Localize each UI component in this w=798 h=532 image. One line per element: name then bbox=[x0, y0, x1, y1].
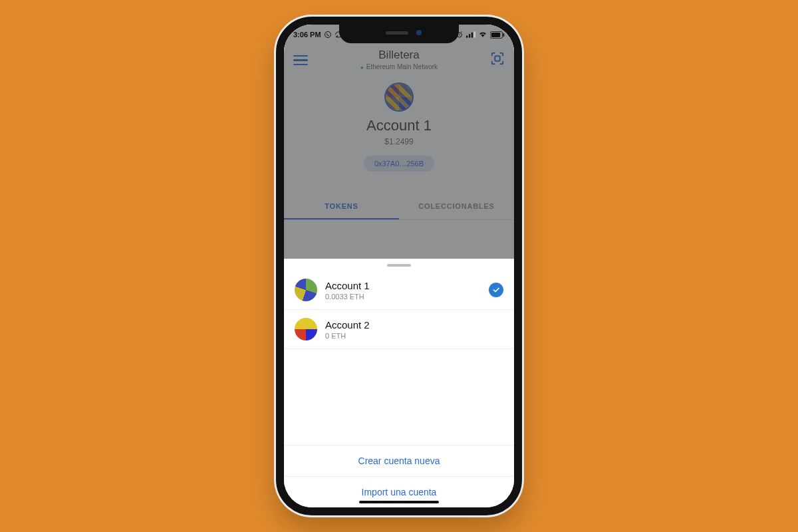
account-row-name: Account 2 bbox=[325, 319, 503, 331]
account-row[interactable]: Account 1 0.0033 ETH bbox=[284, 271, 514, 310]
account-row-balance: 0.0033 ETH bbox=[325, 293, 481, 301]
signal-icon bbox=[466, 31, 475, 38]
svg-rect-2 bbox=[466, 36, 467, 38]
account-row-balance: 0 ETH bbox=[325, 332, 503, 340]
svg-point-0 bbox=[325, 32, 331, 38]
create-account-button[interactable]: Crear cuenta nueva bbox=[284, 445, 514, 476]
account-row-name: Account 1 bbox=[325, 280, 481, 291]
notch bbox=[339, 25, 459, 43]
svg-rect-5 bbox=[474, 31, 475, 37]
whatsapp-icon bbox=[324, 31, 332, 39]
modal-backdrop[interactable] bbox=[284, 25, 514, 259]
svg-rect-4 bbox=[471, 33, 473, 38]
svg-rect-8 bbox=[503, 33, 504, 36]
screen: 3:06 PM Billetera Ethere bbox=[284, 25, 514, 507]
account-switcher-sheet: Account 1 0.0033 ETH Account 2 0 ETH Cre… bbox=[284, 259, 514, 507]
account-avatar-icon bbox=[295, 279, 317, 301]
sheet-drag-handle[interactable] bbox=[387, 264, 411, 267]
wallet-main-dimmed: 3:06 PM Billetera Ethere bbox=[284, 25, 514, 259]
account-row[interactable]: Account 2 0 ETH bbox=[284, 310, 514, 349]
status-time: 3:06 PM bbox=[293, 31, 321, 39]
svg-rect-7 bbox=[491, 33, 501, 37]
battery-icon bbox=[490, 31, 505, 39]
phone-frame: 3:06 PM Billetera Ethere bbox=[276, 17, 522, 515]
account-avatar-icon bbox=[295, 318, 317, 340]
home-indicator[interactable] bbox=[359, 501, 439, 503]
wifi-icon bbox=[478, 31, 487, 38]
svg-rect-3 bbox=[469, 34, 470, 37]
selected-check-icon bbox=[489, 283, 503, 297]
